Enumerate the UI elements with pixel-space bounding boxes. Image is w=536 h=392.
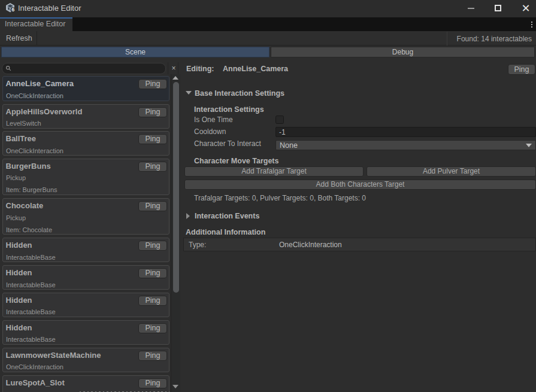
svg-text:6: 6 — [11, 7, 14, 13]
